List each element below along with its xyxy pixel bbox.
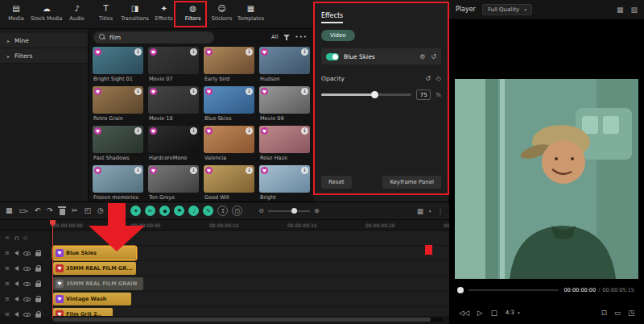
keyframe-tool-icon[interactable]: ◆ — [159, 206, 170, 216]
favorite-icon[interactable]: ♥ — [94, 88, 101, 95]
video-subtab[interactable]: Video — [321, 30, 355, 41]
download-icon[interactable]: ↓ — [134, 88, 142, 95]
download-icon[interactable]: ↓ — [246, 88, 253, 95]
favorite-icon[interactable]: ♥ — [94, 48, 101, 56]
favorite-icon[interactable]: ♥ — [261, 127, 268, 135]
filter-item[interactable]: ♥↓Valencia — [204, 126, 257, 163]
download-icon[interactable]: ↓ — [134, 48, 142, 56]
filter-item[interactable]: ♥↓Good Will — [204, 165, 257, 202]
playhead[interactable] — [52, 220, 53, 318]
tab-effects-properties[interactable]: Effects — [321, 12, 343, 23]
search-box[interactable] — [93, 31, 214, 44]
favorite-icon[interactable]: ♥ — [205, 48, 213, 56]
mixer-icon[interactable]: ◫ — [232, 206, 242, 216]
hide-track-icon[interactable] — [23, 297, 31, 301]
mute-icon[interactable] — [14, 281, 19, 286]
tab-transitions[interactable]: ◨Transitions — [121, 0, 150, 28]
tab-stock-media[interactable]: ☁Stock Media — [31, 0, 63, 28]
favorite-icon[interactable]: ♥ — [150, 48, 157, 56]
track-options-icon[interactable]: ≡ — [5, 296, 10, 302]
tab-stickers[interactable]: ☺Stickers — [208, 0, 237, 28]
zoom-slider[interactable] — [268, 210, 310, 212]
split-view-icon[interactable]: ▦ — [617, 6, 624, 14]
chevron-down-icon[interactable]: ▾ — [429, 209, 431, 214]
filter-item[interactable]: ♥↓Blue Skies — [204, 86, 257, 123]
track-lane[interactable]: ♥ 35MM REAL FILM GRAIN — [52, 276, 449, 291]
progress-track[interactable] — [469, 289, 559, 291]
keyframe-panel-button[interactable]: Keyframe Panel — [382, 176, 441, 189]
undo-icon[interactable]: ↶ — [35, 207, 41, 214]
favorite-icon[interactable]: ♥ — [150, 88, 157, 95]
tab-templates[interactable]: ▦Templates — [237, 0, 266, 28]
render-preview-icon[interactable]: ✦ — [130, 206, 141, 216]
favorite-icon[interactable]: ♥ — [261, 167, 268, 174]
favorite-icon[interactable]: ♥ — [205, 127, 213, 135]
timeline-clip-blue-skies[interactable]: ♥ Blue Skies — [53, 247, 136, 260]
filter-funnel-icon[interactable] — [283, 34, 291, 41]
download-icon[interactable]: ↓ — [190, 167, 197, 174]
speed-icon[interactable]: ◷ — [97, 207, 104, 214]
filter-item[interactable]: ♥↓Movie 09 — [259, 86, 312, 123]
timeline-scrollbar[interactable] — [53, 318, 443, 322]
play-icon[interactable]: ▷ — [477, 309, 483, 317]
progress-handle[interactable] — [457, 287, 464, 293]
track-lane[interactable]: ♥ 35MM REAL FILM GR... — [52, 261, 449, 276]
filter-item[interactable]: ♥↓Movie 07 — [148, 47, 201, 84]
lock-track-icon[interactable] — [35, 314, 41, 318]
download-icon[interactable]: ↓ — [190, 127, 197, 135]
timeline-clip-film-grit[interactable]: ♥ Film Grit 2.. — [53, 308, 113, 316]
filter-item[interactable]: ♥↓Bright — [259, 165, 312, 202]
reset-opacity-icon[interactable]: ↺ — [425, 75, 431, 82]
all-filter-label[interactable]: All — [271, 34, 279, 40]
tab-media[interactable]: ▤Media — [2, 0, 31, 28]
search-input[interactable] — [109, 34, 208, 41]
track-lane[interactable] — [52, 231, 449, 245]
filter-item[interactable]: ♥↓Early bird — [204, 47, 257, 84]
download-icon[interactable]: ↓ — [301, 167, 308, 174]
download-icon[interactable]: ↓ — [246, 167, 253, 174]
timeline-ruler[interactable]: 00:00:00:00 00:00:00:05 00:00:00:10 00:0… — [0, 220, 449, 231]
filter-item[interactable]: ♥↓HardcoreMono — [148, 126, 201, 163]
lock-track-icon[interactable] — [35, 298, 41, 302]
link-clips-icon[interactable]: ∞ — [5, 235, 10, 241]
hide-track-icon[interactable] — [23, 313, 31, 317]
zoom-out-icon[interactable]: ⊖ — [258, 207, 264, 214]
timeline-clip-vintage-wash[interactable]: ♥ Vintage Wash — [53, 293, 131, 305]
select-tool-icon[interactable]: ▭▾ — [19, 207, 28, 214]
lock-track-icon[interactable] — [35, 283, 41, 287]
timeline-clip-35mm[interactable]: ♥ 35MM REAL FILM GR... — [53, 262, 136, 275]
track-options-icon[interactable]: ≡ — [5, 265, 10, 272]
download-icon[interactable]: ↓ — [301, 48, 308, 56]
mute-icon[interactable] — [14, 266, 19, 271]
redo-icon[interactable]: ↷ — [47, 207, 53, 214]
magnet-snap-icon[interactable]: U — [14, 235, 19, 241]
marker-icon[interactable]: ⚑ — [174, 206, 184, 216]
video-preview[interactable] — [455, 79, 638, 279]
keyframe-diamond-icon[interactable]: ◇ — [436, 75, 441, 82]
record-voiceover-icon[interactable]: ♩ — [188, 206, 199, 216]
mute-icon[interactable] — [14, 312, 19, 317]
aspect-ratio-dropdown[interactable]: 4:3▾ — [506, 309, 520, 316]
filter-item[interactable]: ♥↓Rose Haze — [259, 126, 312, 163]
split-icon[interactable]: ✂ — [72, 207, 78, 214]
track-options-icon[interactable]: ≡ — [5, 250, 10, 256]
slider-handle[interactable] — [371, 91, 378, 98]
mute-icon[interactable] — [14, 251, 19, 255]
hide-track-icon[interactable] — [23, 267, 31, 271]
download-icon[interactable]: ↓ — [246, 127, 253, 135]
lock-track-icon[interactable] — [35, 252, 41, 256]
reset-button[interactable]: Reset — [321, 176, 352, 189]
timeline-menu-icon[interactable]: ⋮ — [437, 207, 444, 215]
filter-item[interactable]: ♥↓Past Shadows — [93, 126, 146, 163]
hide-track-icon[interactable] — [23, 251, 31, 255]
tab-titles[interactable]: TTitles — [92, 0, 121, 28]
track-lane[interactable]: ♥ Vintage Wash — [52, 292, 449, 306]
more-options-icon[interactable]: ••• — [295, 34, 308, 40]
effect-row[interactable]: Blue Skies ⚙ ↺ — [321, 48, 441, 64]
more-tools-icon[interactable]: » — [110, 207, 115, 214]
track-options-icon[interactable]: ≡ — [5, 280, 10, 287]
download-icon[interactable]: ↓ — [301, 88, 308, 95]
detach-window-icon[interactable]: ▭ — [614, 309, 621, 317]
opacity-value[interactable]: 75 — [416, 89, 431, 100]
export-frame-icon[interactable]: ↥ — [217, 206, 228, 216]
